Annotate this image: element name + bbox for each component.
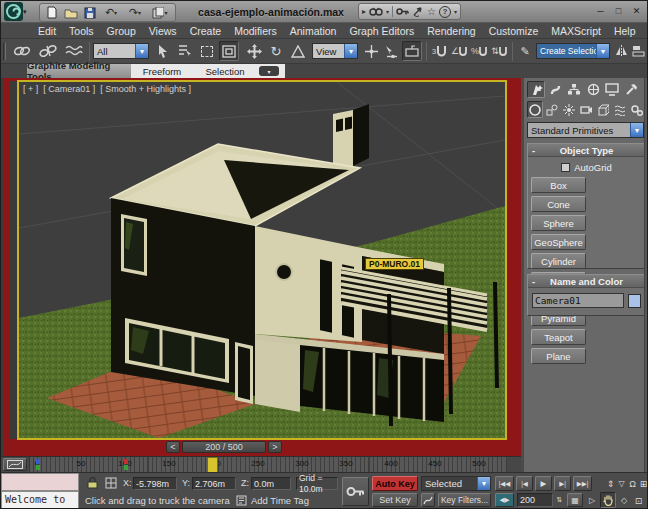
field-of-view-button[interactable]: ▷ — [586, 494, 598, 507]
systems-button[interactable] — [629, 101, 645, 118]
selection-set-filter-dropdown[interactable]: Selected ▾ — [421, 476, 491, 491]
space-warps-button[interactable] — [612, 101, 628, 118]
select-by-name-button[interactable] — [175, 41, 195, 61]
cameras-button[interactable] — [578, 101, 594, 118]
object-name-field[interactable] — [532, 293, 624, 308]
menu-views[interactable]: Views — [149, 25, 177, 37]
helpers-button[interactable] — [595, 101, 611, 118]
frame-spinner[interactable]: ⇅ — [555, 493, 564, 507]
name-and-color-header[interactable]: - Name and Color — [528, 275, 645, 288]
rectangular-selection-region-button[interactable] — [197, 41, 217, 61]
logo-dropdown-arrow-icon[interactable]: ▾ — [23, 8, 27, 16]
menu-customize[interactable]: Customize — [489, 25, 539, 37]
zoom-region-button[interactable]: ⊡ — [632, 494, 645, 507]
infocenter-expand-icon[interactable]: ▸ — [362, 7, 366, 16]
display-tab[interactable] — [603, 81, 621, 98]
menu-edit[interactable]: Edit — [38, 25, 56, 37]
help-dropdown-arrow-icon[interactable]: ▾ — [454, 8, 457, 15]
dropdown-arrow-icon[interactable]: ▾ — [477, 477, 490, 490]
communication-center-icon[interactable] — [412, 6, 424, 17]
play-button[interactable]: ▶ — [535, 476, 552, 491]
select-and-move-button[interactable] — [244, 41, 264, 61]
selection-filter-dropdown[interactable]: All▾ — [93, 43, 149, 59]
time-slider-next-button[interactable]: > — [268, 441, 282, 453]
auto-key-toggle[interactable]: Auto Key — [372, 476, 418, 491]
cone-button[interactable]: Cone — [531, 196, 586, 212]
menu-modifiers[interactable]: Modifiers — [234, 25, 277, 37]
lights-button[interactable] — [561, 101, 577, 118]
redo-button[interactable]: ↷▾ — [124, 4, 146, 21]
box-button[interactable]: Box — [531, 177, 586, 193]
snaps-toggle-button[interactable]: 3 — [430, 41, 448, 61]
key-filters-button[interactable]: Key Filters... — [438, 493, 491, 507]
dropdown-arrow-icon[interactable]: ▾ — [344, 44, 357, 58]
current-frame-marker[interactable] — [207, 457, 218, 473]
qat-dropdown-arrow-icon[interactable]: ▾ — [164, 9, 167, 16]
favorites-star-icon[interactable]: ☆ — [427, 6, 436, 17]
bind-to-space-warp-button[interactable] — [63, 41, 85, 61]
macro-recorder-pane[interactable] — [1, 473, 79, 491]
roll-camera-button[interactable]: ◇ — [618, 494, 630, 507]
edit-named-selection-sets-button[interactable]: ✎ — [516, 41, 534, 61]
viewport-pov-menu[interactable]: [ Camera01 ] — [43, 84, 95, 94]
use-pivot-point-center-button[interactable] — [362, 41, 380, 61]
tab-selection[interactable]: Selection — [193, 64, 257, 78]
dropdown-arrow-icon[interactable]: ▾ — [630, 123, 643, 137]
redo-dropdown-arrow-icon[interactable]: ▾ — [138, 9, 141, 16]
unlink-selection-button[interactable] — [37, 41, 59, 61]
viewport-shading-menu[interactable]: [ Smooth + Highlights ] — [100, 84, 191, 94]
time-configuration-button[interactable]: ▦ — [567, 493, 583, 507]
geosphere-button[interactable]: GeoSphere — [531, 234, 586, 250]
save-file-icon[interactable] — [81, 4, 98, 21]
current-frame-field[interactable] — [517, 493, 553, 507]
set-keys-button[interactable] — [342, 477, 369, 506]
keyframe-marker-100[interactable] — [124, 459, 128, 464]
select-object-button[interactable] — [153, 41, 173, 61]
search-dropdown-arrow-icon[interactable]: ▾ — [386, 8, 389, 15]
keyboard-shortcut-override-toggle[interactable] — [402, 41, 422, 61]
orbit-camera-button[interactable]: Ω — [627, 477, 638, 490]
toolbar-grip[interactable] — [3, 43, 6, 60]
menu-maxscript[interactable]: MAXScript — [551, 25, 601, 37]
search-binoculars-icon[interactable] — [369, 6, 383, 17]
y-coordinate-field[interactable] — [192, 477, 236, 490]
plane-button[interactable]: Plane — [531, 348, 586, 364]
truck-camera-button[interactable] — [600, 492, 616, 508]
geometry-button[interactable] — [527, 101, 543, 118]
named-selection-sets-dropdown[interactable]: Create Selection S▾ — [536, 43, 610, 59]
app-menu-button[interactable]: ▾ — [4, 2, 34, 21]
set-key-button[interactable]: Set Key — [372, 493, 418, 507]
time-tag-icon[interactable] — [234, 493, 248, 507]
object-color-swatch[interactable] — [628, 294, 641, 308]
autogrid-checkbox[interactable] — [561, 163, 570, 172]
selection-lock-toggle[interactable] — [85, 476, 100, 490]
menu-rendering[interactable]: Rendering — [427, 25, 475, 37]
maxscript-listener-pane[interactable]: Welcome to — [1, 491, 79, 509]
percent-snap-toggle-button[interactable]: % — [470, 41, 488, 61]
tab-freeform[interactable]: Freeform — [131, 64, 193, 78]
mirror-button[interactable] — [613, 41, 629, 61]
dropdown-arrow-icon[interactable]: ▾ — [596, 44, 609, 58]
window-crossing-toggle[interactable] — [219, 41, 239, 61]
help-icon[interactable]: ? — [439, 6, 451, 18]
time-slider-handle[interactable]: 200 / 500 — [182, 441, 266, 453]
sphere-button[interactable]: Sphere — [531, 215, 586, 231]
modify-tab[interactable] — [546, 81, 564, 98]
previous-frame-button[interactable]: |◀ — [516, 476, 533, 491]
menu-group[interactable]: Group — [107, 25, 136, 37]
maximize-viewport-toggle[interactable]: ⊞ — [638, 477, 648, 490]
go-to-start-button[interactable]: |◀◀ — [495, 476, 514, 491]
motion-tab[interactable] — [584, 81, 602, 98]
select-and-scale-button[interactable] — [288, 41, 308, 61]
key-mode-toggle[interactable]: ◀▶ — [495, 493, 514, 507]
dropdown-arrow-icon[interactable]: ▾ — [135, 44, 148, 58]
reference-coordinate-dropdown[interactable]: View▾ — [312, 43, 358, 59]
absolute-offset-mode-toggle[interactable] — [103, 476, 119, 490]
collapse-icon[interactable]: - — [528, 145, 539, 156]
menu-create[interactable]: Create — [190, 25, 222, 37]
primitive-category-dropdown[interactable]: Standard Primitives ▾ — [527, 122, 644, 138]
align-button[interactable] — [630, 41, 647, 61]
next-frame-button[interactable]: ▶| — [554, 476, 571, 491]
collapse-icon[interactable]: - — [528, 276, 539, 287]
minimize-button[interactable]: ─ — [593, 4, 608, 18]
